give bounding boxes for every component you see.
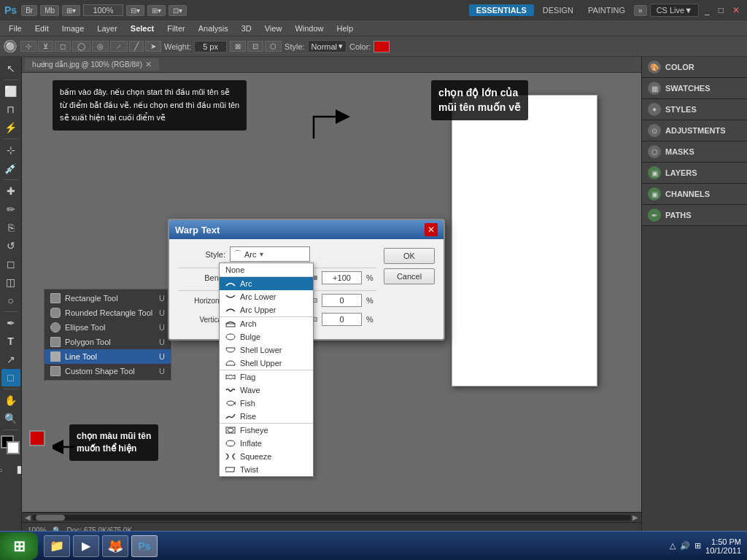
color-swatch[interactable] — [374, 41, 390, 52]
move-tool[interactable]: ↖ — [1, 60, 20, 77]
opt-btn3[interactable]: ⬡ — [265, 41, 282, 52]
quick-mask[interactable]: ○ — [0, 461, 10, 478]
clone-tool[interactable]: ⎘ — [1, 219, 20, 236]
cs-live-btn[interactable]: CS Live▼ — [650, 4, 699, 17]
eyedropper-tool[interactable]: 💉 — [1, 160, 20, 177]
flyout-rounded-rect[interactable]: Rounded Rectangle Tool U — [44, 306, 171, 320]
lasso-btn[interactable]: ⊻ — [38, 41, 53, 52]
history-brush[interactable]: ↺ — [1, 237, 20, 254]
panel-paths-header[interactable]: ✒ PATHS — [642, 205, 747, 225]
zoom-tool[interactable]: 🔍 — [1, 410, 20, 427]
more-btn[interactable]: » — [634, 5, 647, 16]
opt-btn2[interactable]: ⊡ — [247, 41, 263, 52]
essentials-btn[interactable]: ESSENTIALS — [469, 4, 534, 16]
scroll-thumb[interactable] — [36, 515, 65, 521]
panel-channels-header[interactable]: ▣ CHANNELS — [642, 184, 747, 204]
menu-window[interactable]: Window — [289, 23, 329, 34]
view2-btn[interactable]: ⊞▾ — [147, 5, 166, 16]
style-arch[interactable]: Arch — [220, 317, 313, 330]
style-arc-lower[interactable]: Arc Lower — [220, 290, 313, 303]
doc-tab-close[interactable]: ✕ — [145, 60, 152, 69]
mini-bridge-btn[interactable]: Mb — [40, 5, 59, 16]
magic-wand-tool[interactable]: ⚡ — [1, 119, 20, 136]
style-arc[interactable]: Arc — [220, 277, 313, 290]
panel-styles-header[interactable]: ✦ STYLES — [642, 99, 747, 120]
type-tool[interactable]: T — [1, 332, 20, 350]
minimize-btn[interactable]: _ — [702, 5, 713, 15]
flyout-rectangle[interactable]: Rectangle Tool U — [44, 291, 171, 306]
taskbar-explorer[interactable]: 📁 — [44, 535, 70, 557]
style-select[interactable]: ⌒ Arc ▾ — [230, 246, 310, 262]
marquee-tool[interactable]: ⬜ — [1, 82, 20, 100]
tool-preset-picker[interactable]: 🔘 — [3, 39, 18, 53]
canvas-color-swatch[interactable] — [29, 430, 45, 446]
taskbar-media[interactable]: ▶ — [73, 535, 99, 557]
style-shell-upper[interactable]: Shell Upper — [220, 357, 313, 370]
menu-3d[interactable]: 3D — [236, 23, 258, 34]
style-wave[interactable]: Wave — [220, 384, 313, 397]
vert-input[interactable] — [322, 313, 362, 326]
opt-btn1[interactable]: ⊠ — [230, 41, 246, 52]
pen-tool[interactable]: ✒ — [1, 314, 20, 332]
style-fish[interactable]: Fish — [220, 397, 313, 410]
style-shell-lower[interactable]: Shell Lower — [220, 343, 313, 357]
scroll-track[interactable] — [32, 515, 631, 521]
crop-tool[interactable]: ⊹ — [1, 141, 20, 159]
doc-tab-item[interactable]: hướng dẫn.jpg @ 100% (RGB/8#) ✕ — [25, 58, 159, 71]
flyout-line[interactable]: Line Tool U — [44, 349, 171, 364]
panel-swatches-header[interactable]: ▦ SWATCHES — [642, 78, 747, 98]
menu-filter[interactable]: Filter — [161, 23, 190, 34]
shape2-btn[interactable]: ◎ — [92, 41, 109, 52]
maximize-btn[interactable]: □ — [716, 5, 727, 15]
shape-btn[interactable]: ◯ — [72, 41, 90, 52]
menu-view[interactable]: View — [259, 23, 288, 34]
menu-layer[interactable]: Layer — [91, 23, 123, 34]
style-arc-upper[interactable]: Arc Upper — [220, 303, 313, 316]
start-btn[interactable]: ⊞ — [0, 532, 38, 560]
heal-tool[interactable]: ✚ — [1, 182, 20, 200]
style-rise[interactable]: Rise — [220, 410, 313, 423]
style-inflate[interactable]: Inflate — [220, 437, 313, 450]
design-btn[interactable]: DESIGN — [537, 4, 579, 16]
bridge-btn[interactable]: Br — [21, 5, 37, 16]
polygon-sel-btn[interactable]: ◻ — [55, 41, 71, 52]
bend-input[interactable] — [322, 271, 362, 284]
horiz-input[interactable] — [322, 294, 362, 307]
style-squeeze[interactable]: Squeeze — [220, 450, 313, 463]
panel-adj-header[interactable]: ⊙ ADJUSTMENTS — [642, 120, 747, 141]
menu-analysis[interactable]: Analysis — [193, 23, 234, 34]
panel-layers-header[interactable]: ▣ LAYERS — [642, 163, 747, 183]
style-none[interactable]: None — [220, 263, 313, 276]
background-color[interactable] — [7, 441, 20, 454]
menu-select[interactable]: Select — [125, 23, 160, 34]
workspace-btn[interactable]: ⊞▾ — [62, 5, 80, 16]
line-btn[interactable]: ╱ — [129, 41, 144, 52]
panel-color-header[interactable]: 🎨 COLOR — [642, 57, 747, 77]
view-btn[interactable]: ⊟▾ — [126, 5, 144, 16]
ok-btn[interactable]: OK — [384, 248, 435, 264]
hand-tool[interactable]: ✋ — [1, 392, 20, 409]
style-bulge[interactable]: Bulge — [220, 330, 313, 343]
arrange-btn[interactable]: ⊡▾ — [169, 5, 187, 16]
path-select[interactable]: ↗ — [1, 351, 20, 368]
screen-mode[interactable]: ⬜ — [12, 461, 23, 478]
menu-image[interactable]: Image — [56, 23, 90, 34]
marquee-btn[interactable]: ⊹ — [20, 41, 36, 52]
painting-btn[interactable]: PAINTING — [582, 4, 631, 16]
style-twist[interactable]: Twist — [220, 463, 313, 476]
lasso-tool[interactable]: ⊓ — [1, 101, 20, 118]
shape-tool[interactable]: □ — [1, 369, 20, 386]
flyout-polygon[interactable]: Polygon Tool U — [44, 335, 171, 349]
panel-masks-header[interactable]: ⬡ MASKS — [642, 141, 747, 162]
brush-tool[interactable]: ✏ — [1, 201, 20, 218]
dodge-tool[interactable]: ○ — [1, 292, 20, 309]
style-fisheye[interactable]: Fisheye — [220, 424, 313, 437]
close-btn[interactable]: ✕ — [729, 5, 743, 15]
scroll-left[interactable]: ◀ — [23, 513, 32, 521]
warp-close-btn[interactable]: ✕ — [425, 223, 438, 236]
eraser-tool[interactable]: ◻ — [1, 255, 20, 273]
flyout-custom-shape[interactable]: Custom Shape Tool U — [44, 364, 171, 378]
arrow-btn[interactable]: ➤ — [145, 41, 161, 52]
taskbar-firefox[interactable]: 🦊 — [102, 535, 128, 557]
weight-input[interactable] — [194, 41, 227, 52]
